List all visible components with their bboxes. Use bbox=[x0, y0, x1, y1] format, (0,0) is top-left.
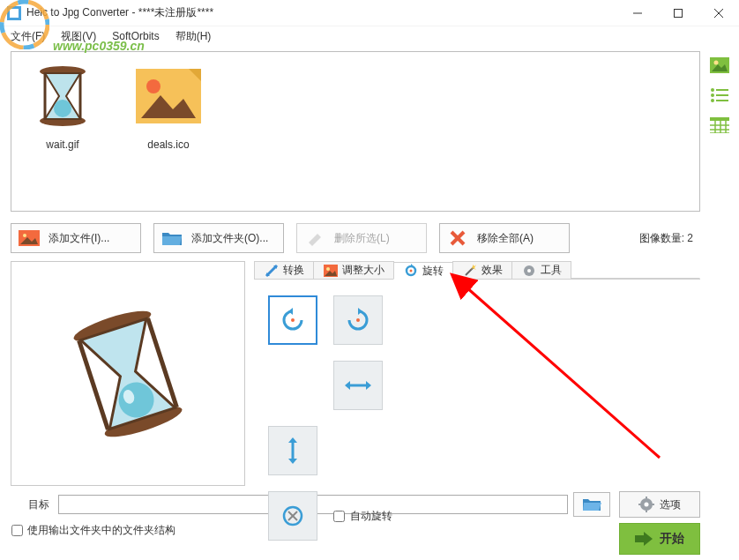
svg-rect-72 bbox=[710, 117, 729, 121]
preview-pane bbox=[11, 261, 245, 486]
target-label: 目标 bbox=[11, 497, 53, 512]
reset-rotation-button[interactable] bbox=[268, 491, 317, 541]
tab-resize[interactable]: 调整大小 bbox=[313, 261, 394, 279]
tab-convert[interactable]: 转换 bbox=[254, 261, 314, 279]
thumb-image-hourglass bbox=[27, 61, 98, 131]
svg-marker-49 bbox=[288, 437, 297, 443]
x-icon bbox=[445, 228, 470, 248]
svg-marker-35 bbox=[411, 264, 414, 266]
svg-line-55 bbox=[466, 287, 660, 458]
tab-rotate[interactable]: 旋转 bbox=[393, 262, 453, 280]
tab-resize-label: 调整大小 bbox=[342, 263, 384, 278]
preview-image-hourglass bbox=[71, 308, 185, 440]
svg-rect-3 bbox=[10, 9, 19, 18]
auto-rotate-label: 自动旋转 bbox=[350, 509, 392, 524]
svg-point-36 bbox=[410, 270, 413, 273]
gear-icon bbox=[521, 263, 537, 279]
close-button[interactable] bbox=[698, 0, 739, 26]
svg-point-42 bbox=[291, 318, 295, 322]
svg-marker-47 bbox=[366, 381, 371, 390]
svg-rect-5 bbox=[675, 9, 683, 17]
menu-help[interactable]: 帮助(H) bbox=[170, 27, 217, 46]
picture-icon bbox=[323, 263, 339, 279]
arrows-icon bbox=[264, 263, 280, 279]
add-files-button[interactable]: 添加文件(I)... bbox=[11, 223, 141, 253]
remove-selected-button: 删除所选(L) bbox=[296, 223, 427, 253]
svg-point-10 bbox=[54, 100, 71, 117]
rotate-panel: 自动旋转 bbox=[254, 280, 700, 549]
add-files-label: 添加文件(I)... bbox=[49, 231, 109, 246]
svg-line-37 bbox=[466, 267, 474, 275]
use-folder-structure-label: 使用输出文件夹中的文件夹结构 bbox=[27, 523, 175, 538]
thumbnail-area[interactable]: wait.gif deals.ico bbox=[11, 51, 700, 212]
svg-point-70 bbox=[711, 99, 714, 102]
svg-point-66 bbox=[711, 88, 714, 92]
rotate-cw-icon bbox=[345, 307, 371, 333]
tab-tools[interactable]: 工具 bbox=[511, 261, 571, 279]
tab-effects-label: 效果 bbox=[481, 263, 503, 278]
svg-marker-41 bbox=[288, 308, 293, 315]
thumb-item[interactable]: deals.ico bbox=[128, 61, 209, 151]
rotate-ccw-button[interactable] bbox=[268, 295, 317, 345]
view-thumbnails-button[interactable] bbox=[707, 53, 732, 78]
tabs: 转换 调整大小 旋转 效果 bbox=[254, 261, 700, 280]
rotate-icon bbox=[403, 263, 419, 279]
menu-view[interactable]: 视图(V) bbox=[56, 27, 101, 46]
flip-h-icon bbox=[345, 377, 371, 394]
flip-v-icon bbox=[284, 437, 302, 464]
svg-point-32 bbox=[326, 267, 330, 271]
tab-rotate-label: 旋转 bbox=[422, 264, 444, 279]
titlebar: Heic to Jpg Converter - ****未注册版**** bbox=[0, 0, 739, 26]
window-title: Heic to Jpg Converter - ****未注册版**** bbox=[26, 5, 617, 20]
view-details-button[interactable] bbox=[707, 113, 732, 138]
grid-icon bbox=[710, 117, 729, 133]
app-icon bbox=[7, 6, 21, 20]
svg-rect-67 bbox=[716, 89, 728, 91]
tab-effects[interactable]: 效果 bbox=[452, 261, 512, 279]
minimize-button[interactable] bbox=[617, 0, 658, 26]
reset-icon bbox=[280, 503, 306, 529]
flip-vertical-button[interactable] bbox=[268, 426, 317, 475]
svg-marker-46 bbox=[345, 381, 350, 390]
view-list-button[interactable] bbox=[707, 83, 732, 108]
image-count-label: 图像数量: 2 bbox=[639, 231, 700, 246]
svg-point-44 bbox=[356, 318, 360, 322]
thumb-label: deals.ico bbox=[147, 138, 189, 151]
auto-rotate-checkbox[interactable] bbox=[333, 511, 345, 522]
svg-marker-43 bbox=[358, 308, 362, 315]
menu-file[interactable]: 文件(F) bbox=[5, 27, 50, 46]
list-icon bbox=[710, 87, 729, 103]
annotation-arrow bbox=[430, 273, 695, 475]
flip-horizontal-button[interactable] bbox=[333, 361, 383, 410]
svg-point-18 bbox=[23, 234, 26, 237]
menubar: 文件(F) 视图(V) SoftOrbits 帮助(H) bbox=[0, 26, 739, 46]
svg-point-15 bbox=[146, 79, 160, 93]
thumb-item[interactable]: wait.gif bbox=[22, 61, 103, 151]
remove-all-button[interactable]: 移除全部(A) bbox=[439, 223, 570, 253]
tab-convert-label: 转换 bbox=[283, 263, 304, 278]
use-folder-structure-checkbox[interactable] bbox=[11, 525, 23, 536]
thumb-image-picture bbox=[133, 61, 204, 131]
image-icon bbox=[17, 228, 41, 248]
folder-icon bbox=[160, 228, 184, 248]
thumbnails-icon bbox=[710, 57, 729, 73]
maximize-button[interactable] bbox=[658, 0, 698, 26]
wand-icon bbox=[462, 263, 478, 279]
remove-all-label: 移除全部(A) bbox=[477, 231, 534, 246]
thumb-label: wait.gif bbox=[46, 138, 78, 151]
svg-point-68 bbox=[711, 93, 714, 97]
remove-selected-label: 删除所选(L) bbox=[334, 231, 390, 246]
svg-point-40 bbox=[527, 269, 531, 273]
svg-rect-71 bbox=[716, 100, 728, 101]
tab-tools-label: 工具 bbox=[541, 263, 562, 278]
eraser-icon bbox=[302, 228, 327, 248]
add-folder-label: 添加文件夹(O)... bbox=[191, 231, 268, 246]
add-folder-button[interactable]: 添加文件夹(O)... bbox=[153, 223, 284, 253]
svg-marker-50 bbox=[288, 459, 297, 464]
svg-point-64 bbox=[714, 61, 719, 65]
svg-rect-69 bbox=[716, 94, 728, 96]
menu-softorbits[interactable]: SoftOrbits bbox=[107, 28, 164, 44]
rotate-cw-button[interactable] bbox=[333, 295, 383, 345]
rotate-ccw-icon bbox=[280, 307, 306, 333]
